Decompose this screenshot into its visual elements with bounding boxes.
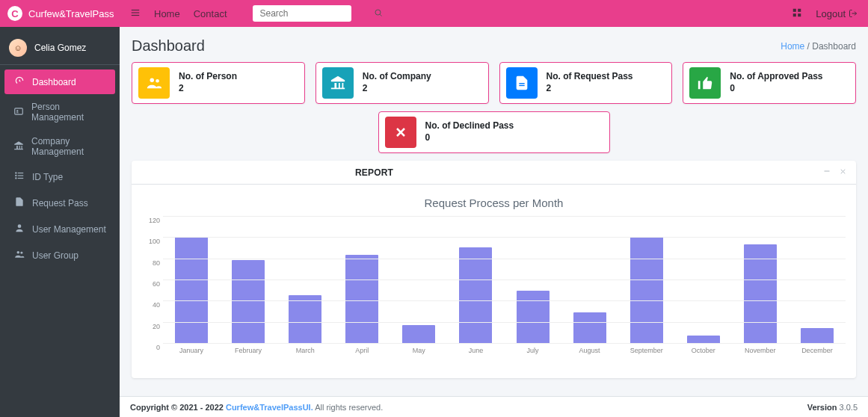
logout-icon <box>849 9 858 18</box>
bar-col: March <box>277 217 333 344</box>
chart-y-axis: 020406080100120 <box>142 217 163 344</box>
users-icon <box>13 249 25 262</box>
svg-point-17 <box>15 178 16 179</box>
bar[interactable] <box>232 260 265 344</box>
sidebar-item-company-management[interactable]: Company Management <box>4 130 115 163</box>
infobox-value: 2 <box>179 83 237 95</box>
bar[interactable] <box>402 325 435 345</box>
svg-point-20 <box>20 252 22 254</box>
bar[interactable] <box>630 237 663 344</box>
top-navbar: C Curfew&TravelPass Home Contact Logout <box>0 0 868 27</box>
x-tick-label: August <box>579 347 600 354</box>
page-title: Dashboard <box>132 37 205 55</box>
bar-col: November <box>732 217 789 344</box>
svg-rect-10 <box>15 108 23 114</box>
chart-plot: JanuaryFebruaryMarchAprilMayJuneJulyAugu… <box>163 217 846 344</box>
grid-line <box>163 343 846 344</box>
svg-rect-5 <box>793 8 796 11</box>
infobox-declined[interactable]: No. of Declined Pass 0 <box>378 111 610 153</box>
sidebar-item-user-group[interactable]: User Group <box>4 243 115 268</box>
y-tick-label: 40 <box>153 301 160 309</box>
bar[interactable] <box>345 255 378 344</box>
file-icon <box>506 67 538 99</box>
content-area: Dashboard Home / Dashboard No. of Person… <box>120 27 868 396</box>
grid-line <box>163 279 846 280</box>
close-icon[interactable] <box>839 167 847 178</box>
sidebar-item-label: User Group <box>32 250 79 261</box>
grid-line <box>163 216 846 217</box>
footer-link[interactable]: Curfew&TravelPassUI. <box>226 403 313 412</box>
y-tick-label: 100 <box>149 238 160 245</box>
infobox-text: No. of Approved Pass 0 <box>730 71 822 94</box>
sidebar-item-user-management[interactable]: User Management <box>4 217 115 241</box>
footer-version-number: 3.0.5 <box>840 403 858 412</box>
bar[interactable] <box>175 237 208 344</box>
y-tick-label: 80 <box>153 259 160 267</box>
bar-col: January <box>163 217 220 344</box>
bar[interactable] <box>517 291 550 344</box>
search-icon[interactable] <box>374 8 383 19</box>
brand[interactable]: C Curfew&TravelPass <box>0 0 120 27</box>
svg-point-18 <box>17 224 21 228</box>
infobox-company[interactable]: No. of Company 2 <box>316 62 489 104</box>
search-box[interactable] <box>253 5 351 22</box>
x-tick-label: February <box>235 347 262 354</box>
sidebar-item-person-management[interactable]: Person Management <box>4 96 115 129</box>
bank-icon <box>322 67 354 99</box>
infobox-label: No. of Company <box>363 71 431 83</box>
logout-button[interactable]: Logout <box>816 8 858 19</box>
bar-col: December <box>789 217 846 344</box>
nav-home[interactable]: Home <box>154 8 180 19</box>
infobox-label: No. of Declined Pass <box>425 120 514 132</box>
footer-version: Version 3.0.5 <box>807 403 858 412</box>
bank-icon <box>13 140 24 153</box>
bar-col: July <box>504 217 561 344</box>
search-input[interactable] <box>259 7 374 19</box>
sidebar-item-label: Request Pass <box>32 198 88 208</box>
x-tick-label: July <box>526 347 538 354</box>
svg-rect-6 <box>798 8 801 11</box>
y-tick-label: 120 <box>149 217 160 224</box>
bar[interactable] <box>459 247 492 344</box>
infobox-value: 2 <box>547 83 633 95</box>
infobox-person[interactable]: No. of Person 2 <box>132 62 305 104</box>
breadcrumb-home[interactable]: Home <box>781 41 804 52</box>
sidebar-item-request-pass[interactable]: Request Pass <box>4 191 115 215</box>
card-body: Request Process per Month 02040608010012… <box>132 185 856 378</box>
bar[interactable] <box>744 244 777 344</box>
y-tick-label: 0 <box>156 344 160 351</box>
bar[interactable] <box>289 295 321 344</box>
collapse-icon[interactable] <box>822 167 831 178</box>
breadcrumb-current: Dashboard <box>812 41 856 52</box>
report-card: REPORT Request Process per Month 0204060… <box>132 161 856 378</box>
close-icon <box>385 117 416 148</box>
bar[interactable] <box>573 312 606 345</box>
chart-title: Request Process per Month <box>142 197 846 209</box>
footer-version-label: Version <box>807 403 837 412</box>
infobox-request[interactable]: No. of Request Pass 2 <box>499 62 673 104</box>
bar-col: September <box>618 217 675 344</box>
apps-icon[interactable] <box>792 7 802 20</box>
infobox-text: No. of Company 2 <box>363 71 431 94</box>
user-panel[interactable]: ☺ Celia Gomez <box>0 31 120 65</box>
bar[interactable] <box>801 328 834 344</box>
nav-right: Logout <box>792 7 868 20</box>
menu-toggle-icon[interactable] <box>130 7 141 20</box>
x-tick-label: September <box>630 347 663 354</box>
svg-point-22 <box>156 79 159 83</box>
content-header: Dashboard Home / Dashboard <box>132 37 856 55</box>
infobox-label: No. of Approved Pass <box>730 71 822 83</box>
bar-col: June <box>447 217 504 344</box>
sidebar-item-label: Dashboard <box>32 77 76 87</box>
svg-point-15 <box>15 173 16 173</box>
sidebar-item-label: ID Type <box>32 172 63 182</box>
infobox-text: No. of Request Pass 2 <box>547 71 633 94</box>
infobox-value: 2 <box>363 83 431 95</box>
sidebar-item-id-type[interactable]: ID Type <box>4 164 115 189</box>
bar-col: April <box>333 217 390 344</box>
sidebar-item-dashboard[interactable]: Dashboard <box>4 70 115 94</box>
infobox-approved[interactable]: No. of Approved Pass 0 <box>683 62 856 104</box>
footer-left: Copyright © 2021 - 2022 Curfew&TravelPas… <box>130 403 383 412</box>
footer: Copyright © 2021 - 2022 Curfew&TravelPas… <box>120 396 868 417</box>
nav-contact[interactable]: Contact <box>194 8 227 19</box>
